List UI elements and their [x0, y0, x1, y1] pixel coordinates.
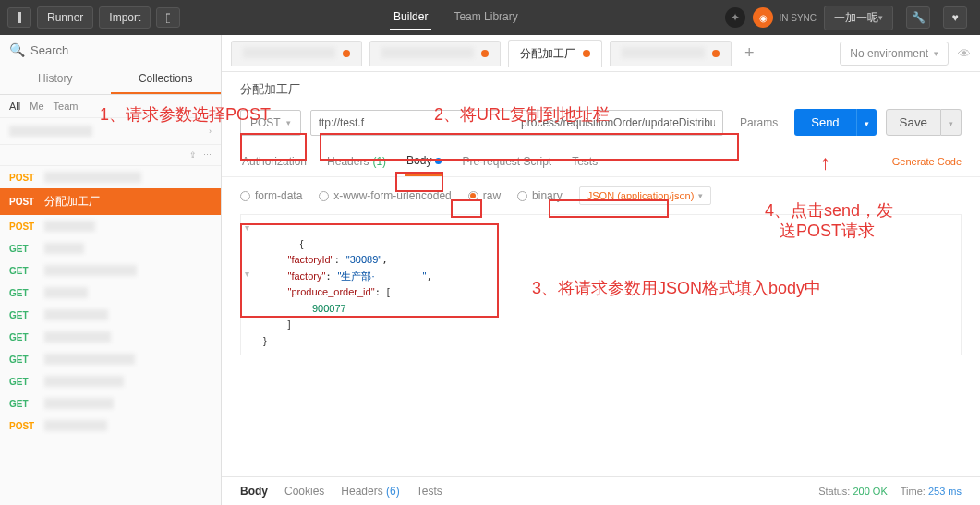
chevron-down-icon: ▾ [698, 191, 703, 200]
import-button[interactable]: Import [99, 6, 151, 29]
settings-button[interactable]: 🔧 [906, 6, 930, 29]
sidebar-request-item[interactable]: POST [0, 215, 221, 237]
body-tab[interactable]: Body [405, 147, 443, 176]
collections-tab[interactable]: Collections [111, 65, 222, 94]
body-label: Body [406, 154, 431, 167]
request-tab[interactable] [231, 41, 362, 66]
collections-list[interactable]: › ⇪ ⋯ POSTPOST分配加工厂POSTGETGETGETGETGETGE… [0, 118, 221, 505]
sidebar-request-item[interactable]: GET [0, 259, 221, 282]
tab-title [381, 47, 474, 58]
request-name [44, 221, 212, 232]
resp-headers-label: Headers [341, 485, 382, 498]
top-toolbar: Runner Import Builder Team Library ✦ ◉ I… [0, 0, 980, 35]
raw-label: raw [483, 189, 501, 202]
request-name [44, 243, 212, 254]
response-tests-tab[interactable]: Tests [417, 485, 442, 498]
history-tab[interactable]: History [0, 65, 111, 94]
filter-team[interactable]: Team [54, 101, 79, 112]
response-headers-tab[interactable]: Headers (6) [341, 485, 399, 498]
raw-content-type-select[interactable]: JSON (application/json) ▾ [579, 186, 712, 205]
params-button[interactable]: Params [732, 111, 785, 135]
sidebar-request-item[interactable]: GET [0, 326, 221, 348]
fold-gutter[interactable]: ▾▾ [245, 221, 249, 312]
share-icon[interactable]: ⇪ [189, 150, 197, 160]
method-badge: GET [9, 266, 37, 276]
search-icon: 🔍 [9, 42, 25, 57]
heart-icon: ♥ [951, 11, 958, 24]
body-editor[interactable]: ▾▾{ "factoryId": "30089", "factory": "生产… [240, 214, 962, 355]
body-type-urlencoded[interactable]: x-www-form-urlencoded [319, 189, 451, 202]
url-input[interactable] [310, 110, 723, 136]
save-dropdown[interactable]: ▾ [941, 109, 962, 136]
sidebar-toggle-button[interactable] [7, 7, 31, 28]
headers-tab[interactable]: Headers (1) [325, 148, 388, 175]
filter-all[interactable]: All [9, 101, 20, 112]
status-indicator: Status: 200 OK [818, 486, 888, 497]
sidebar-request-item[interactable]: POST [0, 166, 221, 188]
body-type-raw[interactable]: raw [468, 189, 501, 202]
tests-tab[interactable]: Tests [570, 148, 599, 175]
request-name [44, 376, 212, 387]
unsaved-dot-icon [343, 50, 350, 57]
sidebar-request-item[interactable]: GET [0, 348, 221, 370]
sidebar-request-item[interactable]: POST分配加工厂 [0, 188, 221, 215]
method-badge: GET [9, 244, 37, 254]
chevron-down-icon: ▾ [878, 13, 883, 22]
account-menu[interactable]: 一加一呢 ▾ [824, 6, 893, 30]
method-badge: GET [9, 310, 37, 320]
sidebar-tabs: History Collections [0, 65, 221, 95]
team-library-tab[interactable]: Team Library [450, 5, 521, 30]
request-subtabs: Authorization Headers (1) Body Pre-reque… [222, 147, 980, 177]
request-tab-active[interactable]: 分配加工厂 [508, 40, 602, 67]
sidebar-request-item[interactable]: POST [0, 415, 221, 437]
folder-name [9, 126, 92, 137]
request-tabs-row: 分配加工厂 + No environment ▾ 👁 [222, 35, 980, 72]
auth-tab[interactable]: Authorization [240, 148, 309, 175]
request-tab[interactable] [369, 41, 501, 66]
resp-headers-count: (6) [386, 485, 400, 498]
heart-button[interactable]: ♥ [943, 6, 967, 29]
body-type-binary[interactable]: binary [517, 189, 563, 202]
body-active-dot-icon [435, 158, 442, 164]
prerequest-tab[interactable]: Pre-request Script [460, 148, 553, 175]
sidebar-request-item[interactable]: GET [0, 282, 221, 304]
response-body-tab[interactable]: Body [240, 485, 268, 498]
chevron-down-icon: ▾ [286, 118, 291, 127]
save-button[interactable]: Save [886, 109, 941, 136]
satellite-icon[interactable]: ✦ [725, 7, 745, 28]
send-button[interactable]: Send [794, 109, 855, 136]
sidebar-request-item[interactable]: GET [0, 304, 221, 326]
filter-me[interactable]: Me [30, 101, 43, 112]
send-dropdown[interactable]: ▾ [856, 109, 877, 136]
request-name [44, 398, 212, 409]
request-tab[interactable] [610, 41, 732, 66]
search-input[interactable] [30, 43, 212, 57]
more-icon[interactable]: ⋯ [203, 150, 212, 160]
sync-icon: ◉ [753, 7, 773, 28]
collection-actions[interactable]: ⇪ ⋯ [0, 145, 221, 166]
runner-button[interactable]: Runner [37, 6, 93, 29]
chevron-down-icon: ▾ [934, 49, 938, 58]
response-cookies-tab[interactable]: Cookies [284, 485, 324, 498]
method-label: POST [250, 116, 281, 129]
collections-filter: All Me Team [0, 95, 221, 118]
generate-code-link[interactable]: Generate Code [892, 156, 962, 167]
sidebar-request-item[interactable]: GET [0, 392, 221, 415]
environment-select[interactable]: No environment ▾ [840, 42, 949, 66]
request-name: 分配加工厂 [44, 194, 212, 210]
body-type-row: form-data x-www-form-urlencoded raw bina… [222, 177, 980, 214]
body-type-formdata[interactable]: form-data [240, 189, 302, 202]
sidebar-request-item[interactable]: GET [0, 237, 221, 259]
new-tab-button[interactable]: + [739, 43, 760, 63]
method-badge: GET [9, 377, 37, 387]
sync-status: ◉ IN SYNC [753, 7, 817, 28]
sidebar-request-item[interactable]: GET [0, 370, 221, 392]
svg-rect-1 [18, 12, 21, 23]
method-select[interactable]: POST ▾ [240, 110, 301, 136]
env-quicklook-button[interactable]: 👁 [958, 46, 971, 61]
new-window-button[interactable] [156, 7, 180, 28]
response-bar: Body Cookies Headers (6) Tests Status: 2… [222, 476, 980, 505]
time-indicator: Time: 253 ms [901, 486, 962, 497]
collection-folder[interactable]: › [0, 118, 221, 145]
builder-tab[interactable]: Builder [390, 5, 431, 30]
